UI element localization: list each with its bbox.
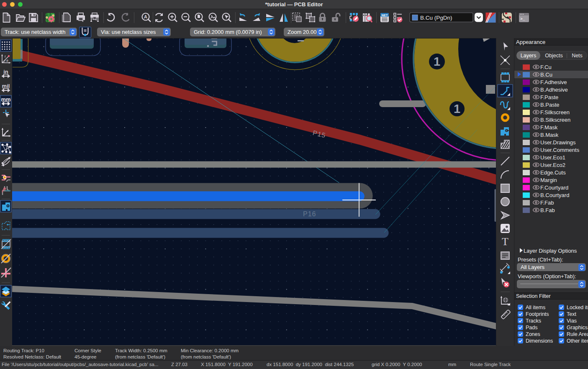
- svg-text:1: 1: [454, 102, 460, 115]
- svg-text:A: A: [144, 14, 147, 19]
- svg-text:in: in: [3, 69, 8, 75]
- svg-text:mil: mil: [2, 83, 10, 89]
- svg-text:r: r: [5, 54, 6, 59]
- svg-text:1: 1: [434, 55, 440, 68]
- svg-text:θ: θ: [6, 59, 8, 63]
- svg-text:mm: mm: [1, 96, 10, 102]
- svg-text:B.Cu (PgDn): B.Cu (PgDn): [420, 15, 452, 21]
- svg-text:P16: P16: [303, 210, 316, 218]
- svg-text:NET: NET: [382, 13, 388, 17]
- svg-text:>_: >_: [520, 17, 525, 21]
- svg-text:T: T: [502, 236, 508, 248]
